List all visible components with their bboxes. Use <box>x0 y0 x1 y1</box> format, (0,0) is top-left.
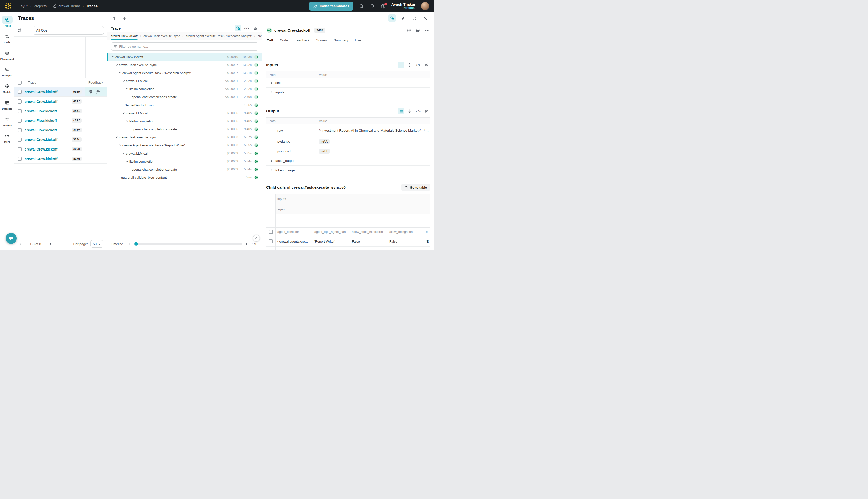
trace-row[interactable]: crewai.Crew.kickoff 316c <box>14 135 107 145</box>
call-tree-row[interactable]: guardrail-validate_blog_content0ms <box>107 173 262 181</box>
call-tree-row[interactable]: crewai.Agent.execute_task - 'Research An… <box>107 69 262 77</box>
notifications-bell-icon[interactable] <box>370 3 375 9</box>
call-tree-row[interactable]: crewai.LLM.call$0.00035.85s <box>107 149 262 157</box>
tab-call[interactable]: Call <box>267 36 273 44</box>
trace-link[interactable]: crewai.Crew.kickoff <box>25 147 57 151</box>
edit-icon[interactable] <box>399 14 407 22</box>
sidebar-item-traces[interactable]: Traces <box>0 16 14 30</box>
call-tree-row[interactable]: openai.chat.completions.create<$0.00012.… <box>107 93 262 101</box>
wandb-logo-icon[interactable] <box>3 1 13 11</box>
call-tree-row[interactable]: openai.chat.completions.create$0.00069.4… <box>107 125 262 133</box>
chevron-down-icon[interactable] <box>125 120 128 122</box>
sidebar-item-playground[interactable]: Playground <box>0 49 14 63</box>
filter-columns-icon[interactable] <box>25 28 29 33</box>
tab-use[interactable]: Use <box>355 36 361 44</box>
select-all-checkbox[interactable] <box>269 230 273 234</box>
flame-view-icon[interactable] <box>252 25 258 32</box>
code-view-icon[interactable]: </> <box>415 62 421 68</box>
ops-filter-select[interactable]: All Ops <box>33 26 104 35</box>
sidebar-item-more[interactable]: More <box>0 132 14 146</box>
trace-link[interactable]: crewai.Flow.kickoff <box>25 109 57 113</box>
breadcrumb-project[interactable]: crewai_demo <box>53 4 80 8</box>
comment-icon[interactable] <box>96 90 100 94</box>
trace-link[interactable]: crewai.Crew.kickoff <box>25 90 57 94</box>
chevron-down-icon[interactable] <box>122 152 125 155</box>
column-agent-ops-agent-name[interactable]: agent_ops_agent_nan <box>312 228 350 236</box>
sidebar-item-prompts[interactable]: Prompts <box>0 66 14 80</box>
chevron-down-icon[interactable] <box>111 56 114 58</box>
sidebar-item-models[interactable]: Models <box>0 82 14 97</box>
list-view-icon[interactable] <box>398 62 404 68</box>
trace-column-header[interactable]: Trace <box>28 81 36 84</box>
sidebar-item-evals[interactable]: Evals <box>0 33 14 47</box>
call-tree-row[interactable]: litellm.completion$0.00035.84s <box>107 157 262 165</box>
avatar[interactable] <box>421 2 430 10</box>
chevron-right-icon[interactable] <box>270 169 273 172</box>
timeline-slider[interactable] <box>134 243 242 245</box>
child-call-row[interactable]: <crewai.agents.cre… 'Report Writer' Fals… <box>266 236 430 247</box>
hide-values-icon[interactable] <box>423 108 430 114</box>
user-block[interactable]: Ayush Thakur Personal <box>391 2 416 10</box>
trace-link[interactable]: crewai.Crew.kickoff <box>25 138 57 142</box>
input-row-inputs[interactable]: inputs <box>266 88 430 97</box>
per-page-select[interactable]: 50 <box>90 240 103 248</box>
chevron-down-icon[interactable] <box>115 136 118 138</box>
timeline-prev-icon[interactable] <box>127 242 131 246</box>
tab-agent-execute-task[interactable]: crewai.Agent.execute_task - 'Research An… <box>186 32 252 40</box>
tab-scores[interactable]: Scores <box>316 36 327 44</box>
row-checkbox[interactable] <box>17 138 22 142</box>
chat-launcher-button[interactable] <box>5 233 16 244</box>
timeline-next-icon[interactable] <box>245 242 248 246</box>
go-to-table-button[interactable]: Go to table <box>401 184 430 191</box>
call-tree-row[interactable]: litellm.completion<$0.00012.82s <box>107 85 262 93</box>
invite-teammates-button[interactable]: Invite teammates <box>309 1 354 11</box>
code-view-icon[interactable]: </> <box>415 108 421 114</box>
chevron-right-icon[interactable] <box>270 91 273 94</box>
breadcrumb-projects[interactable]: Projects <box>34 4 47 8</box>
child-call-row[interactable]: <crewai.agents.cre… 'Research Analyst' F… <box>266 247 430 250</box>
sidebar-item-scorers[interactable]: Scorers <box>0 115 14 130</box>
chevron-down-icon[interactable] <box>115 63 118 66</box>
arrow-down-icon[interactable] <box>122 16 126 20</box>
trace-row[interactable]: crewai.Flow.kickoff eab1 <box>14 106 107 116</box>
hide-values-icon[interactable] <box>423 62 430 68</box>
call-tree-row[interactable]: crewai.Task.execute_sync$0.000713.92s <box>107 61 262 69</box>
timeline-slider-knob[interactable] <box>134 242 138 246</box>
chevron-down-icon[interactable] <box>118 144 122 146</box>
sidebar-item-datasets[interactable]: Datasets <box>0 99 14 113</box>
refresh-icon[interactable] <box>17 28 22 33</box>
select-all-checkbox[interactable] <box>17 81 22 85</box>
trace-row[interactable]: crewai.Crew.kickoff 657f <box>14 97 107 106</box>
tab-crew-kickoff[interactable]: crewai.Crew.kickoff <box>111 32 138 40</box>
column-backstory[interactable]: b <box>424 228 430 236</box>
tree-view-icon[interactable] <box>388 14 396 22</box>
call-tree-row[interactable]: openai.chat.completions.create$0.00035.8… <box>107 165 262 173</box>
feedback-column-header[interactable]: Feedback <box>88 81 103 84</box>
column-allow-delegation[interactable]: allow_delegation <box>387 228 424 236</box>
list-view-icon[interactable] <box>398 108 404 114</box>
chevron-down-icon[interactable] <box>122 112 125 114</box>
fullscreen-icon[interactable] <box>410 14 418 22</box>
row-checkbox[interactable] <box>17 119 22 123</box>
trace-link[interactable]: crewai.Crew.kickoff <box>25 99 57 104</box>
add-reaction-icon[interactable] <box>88 90 93 94</box>
input-row-self[interactable]: self <box>266 78 430 88</box>
trace-link[interactable]: crewai.Crew.kickoff <box>25 157 57 161</box>
call-tree-row[interactable]: litellm.completion$0.00069.40s <box>107 117 262 125</box>
row-checkbox[interactable] <box>17 109 22 113</box>
code-view-icon[interactable]: </> <box>243 25 250 32</box>
chevron-down-icon[interactable] <box>118 72 122 74</box>
output-row-pydantic[interactable]: pydantic null <box>266 137 430 146</box>
call-tree-row[interactable]: crewai.Agent.execute_task - 'Report Writ… <box>107 141 262 149</box>
column-agent-executor[interactable]: agent_executor <box>275 228 312 236</box>
arrow-up-icon[interactable] <box>112 16 116 20</box>
chevron-down-icon[interactable] <box>122 80 125 82</box>
expand-collapse-icon[interactable] <box>406 108 413 114</box>
chevron-down-icon[interactable] <box>125 88 128 90</box>
row-checkbox[interactable] <box>17 99 22 104</box>
call-tree-row[interactable]: crewai.LLM.call$0.00069.40s <box>107 109 262 117</box>
scroll-top-button[interactable] <box>253 235 260 242</box>
prev-page-icon[interactable] <box>18 242 22 246</box>
row-checkbox[interactable] <box>17 90 22 94</box>
chevron-right-icon[interactable] <box>270 82 273 84</box>
